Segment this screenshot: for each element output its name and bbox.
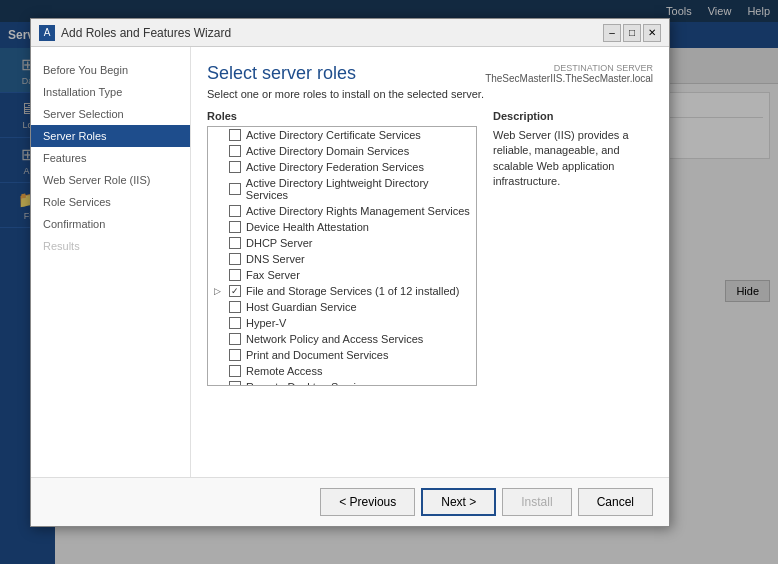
role-label: Active Directory Certificate Services (246, 129, 421, 141)
role-label: Host Guardian Service (246, 301, 357, 313)
role-item[interactable]: Device Health Attestation (208, 219, 476, 235)
role-item[interactable]: Print and Document Services (208, 347, 476, 363)
wizard-content: DESTINATION SERVER TheSecMasterIIS.TheSe… (191, 47, 669, 477)
nav-item-server-selection[interactable]: Server Selection (31, 103, 190, 125)
description-text: Web Server (IIS) provides a reliable, ma… (493, 128, 653, 190)
role-checkbox (229, 205, 241, 217)
wizard-body: Before You BeginInstallation TypeServer … (31, 47, 669, 477)
cancel-button[interactable]: Cancel (578, 488, 653, 516)
previous-button[interactable]: < Previous (320, 488, 415, 516)
role-checkbox (229, 145, 241, 157)
next-button[interactable]: Next > (421, 488, 496, 516)
role-checkbox (229, 161, 241, 173)
nav-item-before-you-begin[interactable]: Before You Begin (31, 59, 190, 81)
wizard-dialog: A Add Roles and Features Wizard – □ ✕ Be… (30, 18, 670, 527)
role-label: Active Directory Federation Services (246, 161, 424, 173)
role-item[interactable]: DHCP Server (208, 235, 476, 251)
instruction-text: Select one or more roles to install on t… (207, 88, 653, 100)
role-item[interactable]: Remote Access (208, 363, 476, 379)
role-label: Active Directory Domain Services (246, 145, 409, 157)
role-checkbox (229, 183, 241, 195)
role-label: Active Directory Rights Management Servi… (246, 205, 470, 217)
role-label: Remote Desktop Services (246, 381, 373, 386)
role-item[interactable]: DNS Server (208, 251, 476, 267)
role-label: DHCP Server (246, 237, 312, 249)
nav-item-features[interactable]: Features (31, 147, 190, 169)
role-label: Active Directory Lightweight Directory S… (246, 177, 470, 201)
nav-item-web-server-role-(iis)[interactable]: Web Server Role (IIS) (31, 169, 190, 191)
role-checkbox (229, 381, 241, 386)
role-item[interactable]: Fax Server (208, 267, 476, 283)
role-item[interactable]: ▷✓File and Storage Services (1 of 12 ins… (208, 283, 476, 299)
role-checkbox (229, 317, 241, 329)
role-item[interactable]: Remote Desktop Services (208, 379, 476, 386)
role-checkbox (229, 365, 241, 377)
description-panel: Description Web Server (IIS) provides a … (493, 110, 653, 386)
role-checkbox: ✓ (229, 285, 241, 297)
role-item[interactable]: Active Directory Rights Management Servi… (208, 203, 476, 219)
role-label: File and Storage Services (1 of 12 insta… (246, 285, 459, 297)
nav-item-installation-type[interactable]: Installation Type (31, 81, 190, 103)
content-left: Roles Active Directory Certificate Servi… (207, 110, 477, 386)
role-item[interactable]: Active Directory Domain Services (208, 143, 476, 159)
role-checkbox (229, 301, 241, 313)
role-label: Device Health Attestation (246, 221, 369, 233)
role-checkbox (229, 221, 241, 233)
wizard-title: Add Roles and Features Wizard (61, 26, 597, 40)
window-controls: – □ ✕ (603, 24, 661, 42)
role-label: Fax Server (246, 269, 300, 281)
role-label: DNS Server (246, 253, 305, 265)
wizard-titlebar: A Add Roles and Features Wizard – □ ✕ (31, 19, 669, 47)
nav-item-results: Results (31, 235, 190, 257)
role-checkbox (229, 333, 241, 345)
install-button[interactable]: Install (502, 488, 571, 516)
close-button[interactable]: ✕ (643, 24, 661, 42)
role-checkbox (229, 269, 241, 281)
role-item[interactable]: Active Directory Lightweight Directory S… (208, 175, 476, 203)
roles-label: Roles (207, 110, 477, 122)
role-label: Print and Document Services (246, 349, 388, 361)
roles-listbox[interactable]: Active Directory Certificate ServicesAct… (207, 126, 477, 386)
description-title: Description (493, 110, 653, 122)
wizard-nav: Before You BeginInstallation TypeServer … (31, 47, 191, 477)
minimize-button[interactable]: – (603, 24, 621, 42)
wizard-icon: A (39, 25, 55, 41)
role-item[interactable]: Hyper-V (208, 315, 476, 331)
role-item[interactable]: Host Guardian Service (208, 299, 476, 315)
maximize-button[interactable]: □ (623, 24, 641, 42)
role-label: Hyper-V (246, 317, 286, 329)
role-checkbox (229, 349, 241, 361)
content-flex: Roles Active Directory Certificate Servi… (207, 110, 653, 386)
nav-item-role-services[interactable]: Role Services (31, 191, 190, 213)
nav-item-server-roles[interactable]: Server Roles (31, 125, 190, 147)
role-label: Network Policy and Access Services (246, 333, 423, 345)
destination-server-name: TheSecMasterIIS.TheSecMaster.local (485, 73, 653, 84)
role-item[interactable]: Active Directory Federation Services (208, 159, 476, 175)
role-item[interactable]: Active Directory Certificate Services (208, 127, 476, 143)
role-expand-icon: ▷ (214, 286, 224, 296)
role-checkbox (229, 253, 241, 265)
destination-server-info: DESTINATION SERVER TheSecMasterIIS.TheSe… (485, 63, 653, 84)
nav-item-confirmation[interactable]: Confirmation (31, 213, 190, 235)
role-label: Remote Access (246, 365, 322, 377)
role-item[interactable]: Network Policy and Access Services (208, 331, 476, 347)
role-checkbox (229, 129, 241, 141)
role-checkbox (229, 237, 241, 249)
wizard-footer: < Previous Next > Install Cancel (31, 477, 669, 526)
destination-server-label: DESTINATION SERVER (485, 63, 653, 73)
